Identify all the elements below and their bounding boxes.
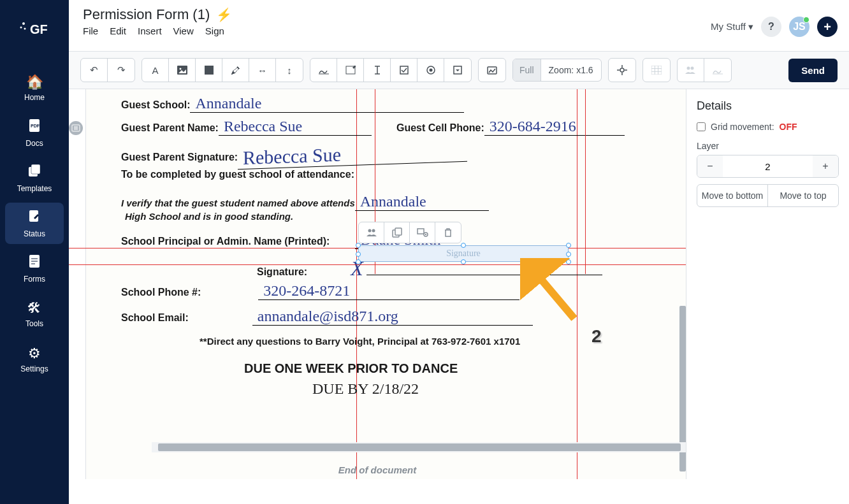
- nav-home[interactable]: 🏠Home: [5, 67, 64, 108]
- signers-tool[interactable]: [678, 59, 704, 82]
- guide-line: [585, 89, 586, 274]
- menu-view[interactable]: View: [173, 25, 194, 36]
- menu-sign[interactable]: Sign: [205, 25, 224, 36]
- menu-edit[interactable]: Edit: [110, 25, 126, 36]
- element-toolbar: [358, 222, 461, 243]
- nav-forms[interactable]: Forms: [5, 248, 64, 289]
- app-logo[interactable]: GF: [18, 16, 50, 41]
- toolbar: ↶ ↷ A 🖍 ↔ ↕ Full Zoom: x1.6 Send: [69, 51, 849, 89]
- svg-point-41: [691, 67, 694, 70]
- sign-tool[interactable]: [704, 59, 731, 82]
- end-of-document: End of document: [69, 464, 686, 475]
- nav-templates[interactable]: Templates: [5, 157, 64, 199]
- nav-settings[interactable]: ⚙Settings: [5, 338, 64, 380]
- verify-text-2: High School and is in good standing.: [125, 211, 293, 222]
- verify-text-1: I verify that the guest student named ab…: [121, 198, 355, 208]
- svg-point-43: [368, 229, 371, 233]
- menu-insert[interactable]: Insert: [138, 25, 162, 36]
- details-panel: Details Grid movement: OFF Layer − 2 + M…: [686, 89, 849, 479]
- move-top-button[interactable]: Move to top: [768, 185, 838, 206]
- templates-icon: [27, 164, 41, 182]
- details-title: Details: [697, 99, 839, 113]
- highlight-tool[interactable]: 🖍: [222, 59, 249, 82]
- svg-point-27: [429, 69, 432, 72]
- forms-icon: [29, 254, 40, 272]
- annotation-arrow-2: [520, 258, 584, 328]
- svg-point-1: [20, 27, 22, 29]
- email-value: annandale@isd871.org: [252, 308, 533, 326]
- header: Permission Form (1) ⚡ File Edit Insert V…: [69, 0, 849, 51]
- phone-value: 320-264-8721: [258, 282, 519, 300]
- redo-button[interactable]: ↷: [108, 59, 134, 82]
- svg-rect-7: [31, 164, 40, 174]
- grid-tool[interactable]: [643, 59, 670, 82]
- svg-rect-46: [395, 228, 402, 235]
- move-bottom-button[interactable]: Move to bottom: [697, 185, 768, 206]
- document-title[interactable]: Permission Form (1): [83, 6, 210, 23]
- document-canvas[interactable]: Guest School:Annandale Guest Parent Name…: [69, 89, 686, 479]
- svg-rect-35: [651, 66, 662, 75]
- due-text: DUE ONE WEEK PRIOR TO DANCE: [244, 361, 458, 376]
- shape-tool[interactable]: [196, 59, 222, 82]
- grid-movement-checkbox[interactable]: [697, 122, 706, 131]
- due-handwritten: DUE BY 2/18/22: [312, 380, 419, 398]
- layer-plus-button[interactable]: +: [813, 155, 838, 177]
- delete-button[interactable]: [435, 222, 461, 243]
- attachment-tool[interactable]: [479, 59, 505, 82]
- signature-label: Signature:: [257, 266, 307, 278]
- zoom-control[interactable]: Full Zoom: x1.6: [512, 59, 602, 82]
- vertical-scrollbar[interactable]: [678, 89, 686, 479]
- section-header: To be completed by guest school of atten…: [121, 169, 354, 180]
- guest-school-value: Annandale: [190, 95, 464, 113]
- nav-status[interactable]: Status: [5, 203, 64, 244]
- checkbox-tool[interactable]: [391, 59, 417, 82]
- layer-label: Layer: [697, 141, 839, 151]
- guest-sig-label: Guest Parent Signature:: [121, 152, 238, 163]
- svg-point-30: [620, 68, 624, 72]
- principal-label: School Principal or Admin. Name (Printed…: [121, 236, 330, 247]
- collapse-sidebar-button[interactable]: [69, 121, 83, 135]
- svg-point-18: [179, 68, 181, 70]
- tools-icon: 🛠: [27, 300, 41, 317]
- home-icon: 🏠: [26, 74, 43, 90]
- assign-signer-button[interactable]: [359, 222, 384, 243]
- duplicate-button[interactable]: [384, 222, 410, 243]
- sidebar: GF 🏠Home PDFDocs Templates Status Forms …: [0, 0, 69, 504]
- menu-file[interactable]: File: [83, 25, 98, 36]
- grid-movement-label: Grid movement:: [711, 122, 774, 132]
- horizontal-arrow-tool[interactable]: ↔: [249, 59, 276, 82]
- bolt-icon: ⚡: [216, 7, 232, 22]
- status-icon: [27, 209, 41, 227]
- my-stuff-dropdown[interactable]: My Stuff ▾: [711, 21, 753, 32]
- undo-button[interactable]: ↶: [81, 59, 108, 82]
- nav-tools[interactable]: 🛠Tools: [5, 293, 64, 335]
- send-button[interactable]: Send: [788, 59, 838, 82]
- guest-sig-value: Rebecca Sue: [238, 140, 467, 170]
- text-field-tool[interactable]: [364, 59, 391, 82]
- add-button[interactable]: +: [817, 17, 838, 37]
- document-page: Guest School:Annandale Guest Parent Name…: [85, 89, 686, 479]
- initial-field-tool[interactable]: [337, 59, 364, 82]
- svg-point-44: [372, 229, 375, 233]
- guest-parent-label: Guest Parent Name:: [121, 122, 219, 134]
- nav-docs[interactable]: PDFDocs: [5, 112, 64, 154]
- guest-school-label: Guest School:: [121, 99, 190, 111]
- dropdown-tool[interactable]: [444, 59, 471, 82]
- image-tool[interactable]: [169, 59, 196, 82]
- svg-text:PDF: PDF: [31, 124, 40, 128]
- zoom-full-button[interactable]: Full: [513, 59, 541, 81]
- guide-line: [69, 264, 686, 265]
- vertical-arrow-tool[interactable]: ↕: [276, 59, 303, 82]
- text-tool[interactable]: A: [142, 59, 169, 82]
- radio-tool[interactable]: [417, 59, 444, 82]
- center-tool[interactable]: [609, 59, 635, 82]
- layer-minus-button[interactable]: −: [697, 155, 723, 177]
- help-button[interactable]: ?: [761, 17, 781, 37]
- annotation-number-2: 2: [591, 326, 602, 347]
- signature-field-tool[interactable]: [310, 59, 337, 82]
- horizontal-scrollbar[interactable]: [152, 442, 686, 452]
- properties-button[interactable]: [410, 222, 435, 243]
- user-avatar[interactable]: JS: [789, 17, 809, 37]
- email-label: School Email:: [121, 312, 189, 324]
- zoom-value: Zoom: x1.6: [541, 65, 601, 75]
